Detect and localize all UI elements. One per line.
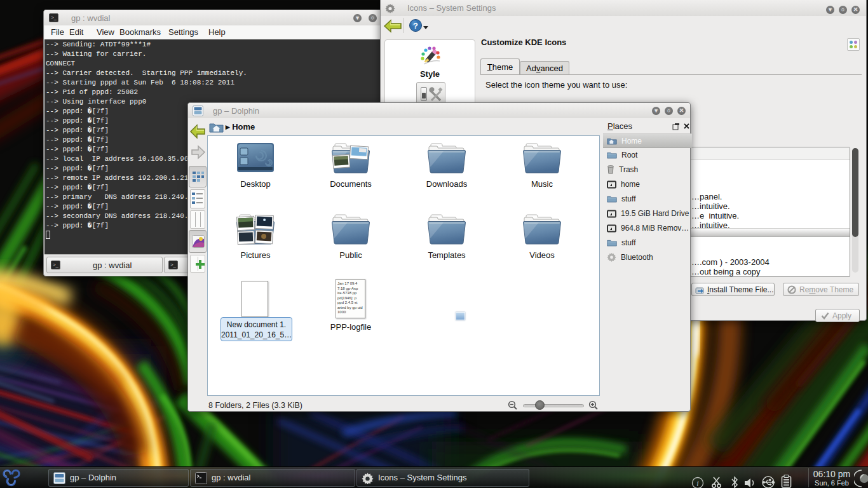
svg-text:?: ?	[413, 21, 418, 30]
svg-text:i: i	[696, 479, 698, 488]
